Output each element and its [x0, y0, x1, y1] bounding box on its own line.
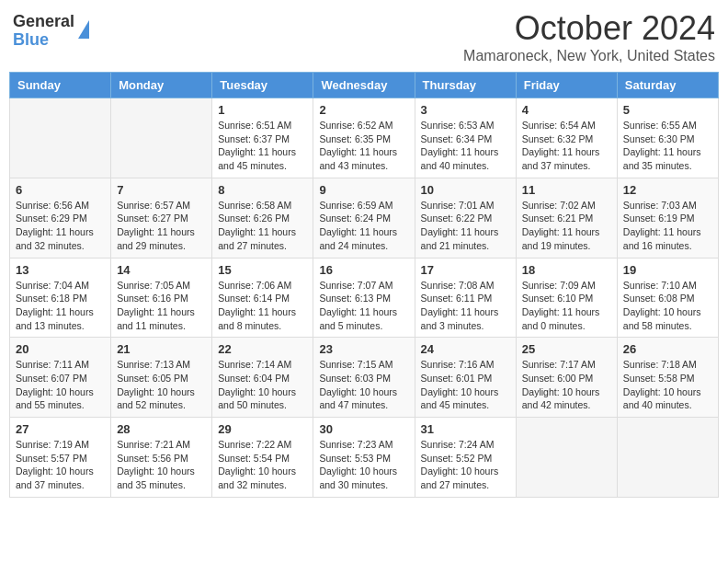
calendar-cell: 29Sunrise: 7:22 AM Sunset: 5:54 PM Dayli…: [212, 418, 313, 498]
day-info: Sunrise: 6:59 AM Sunset: 6:24 PM Dayligh…: [319, 199, 408, 253]
calendar-cell: 24Sunrise: 7:16 AM Sunset: 6:01 PM Dayli…: [415, 338, 516, 418]
day-number: 17: [421, 263, 510, 277]
calendar-cell: 27Sunrise: 7:19 AM Sunset: 5:57 PM Dayli…: [10, 418, 111, 498]
day-number: 27: [16, 422, 105, 436]
page-header: General Blue October 2024 Mamaroneck, Ne…: [9, 9, 719, 64]
day-number: 11: [522, 183, 611, 197]
calendar-cell: [111, 98, 212, 178]
day-info: Sunrise: 7:18 AM Sunset: 5:58 PM Dayligh…: [623, 358, 712, 412]
calendar-cell: 17Sunrise: 7:08 AM Sunset: 6:11 PM Dayli…: [415, 258, 516, 338]
day-info: Sunrise: 7:10 AM Sunset: 6:08 PM Dayligh…: [623, 279, 712, 333]
logo-general: General: [13, 13, 74, 31]
day-info: Sunrise: 6:55 AM Sunset: 6:30 PM Dayligh…: [623, 119, 712, 173]
day-number: 2: [319, 103, 408, 117]
day-info: Sunrise: 7:24 AM Sunset: 5:52 PM Dayligh…: [421, 438, 510, 492]
weekday-header-cell: Friday: [516, 73, 617, 98]
weekday-header-cell: Tuesday: [212, 73, 313, 98]
calendar-cell: 5Sunrise: 6:55 AM Sunset: 6:30 PM Daylig…: [617, 98, 718, 178]
day-number: 19: [623, 263, 712, 277]
calendar-week-row: 20Sunrise: 7:11 AM Sunset: 6:07 PM Dayli…: [10, 338, 719, 418]
calendar-cell: 4Sunrise: 6:54 AM Sunset: 6:32 PM Daylig…: [516, 98, 617, 178]
weekday-header-cell: Saturday: [617, 73, 718, 98]
calendar-cell: 13Sunrise: 7:04 AM Sunset: 6:18 PM Dayli…: [10, 258, 111, 338]
weekday-header-cell: Monday: [111, 73, 212, 98]
calendar-cell: 9Sunrise: 6:59 AM Sunset: 6:24 PM Daylig…: [313, 178, 415, 258]
calendar-cell: 20Sunrise: 7:11 AM Sunset: 6:07 PM Dayli…: [10, 338, 111, 418]
calendar-cell: 30Sunrise: 7:23 AM Sunset: 5:53 PM Dayli…: [313, 418, 415, 498]
calendar-cell: 23Sunrise: 7:15 AM Sunset: 6:03 PM Dayli…: [313, 338, 415, 418]
weekday-header-cell: Thursday: [415, 73, 516, 98]
day-number: 10: [421, 183, 510, 197]
day-number: 24: [421, 342, 510, 356]
calendar-cell: [516, 418, 617, 498]
day-number: 20: [16, 342, 105, 356]
calendar-cell: 16Sunrise: 7:07 AM Sunset: 6:13 PM Dayli…: [313, 258, 415, 338]
day-number: 22: [218, 342, 307, 356]
calendar-cell: 14Sunrise: 7:05 AM Sunset: 6:16 PM Dayli…: [111, 258, 212, 338]
calendar-body: 1Sunrise: 6:51 AM Sunset: 6:37 PM Daylig…: [10, 98, 719, 498]
calendar-cell: 22Sunrise: 7:14 AM Sunset: 6:04 PM Dayli…: [212, 338, 313, 418]
day-info: Sunrise: 7:21 AM Sunset: 5:56 PM Dayligh…: [117, 438, 206, 492]
logo-text: General Blue: [13, 13, 74, 50]
day-info: Sunrise: 6:52 AM Sunset: 6:35 PM Dayligh…: [319, 119, 408, 173]
title-block: October 2024 Mamaroneck, New York, Unite…: [463, 9, 715, 64]
day-info: Sunrise: 7:14 AM Sunset: 6:04 PM Dayligh…: [218, 358, 307, 412]
day-info: Sunrise: 7:13 AM Sunset: 6:05 PM Dayligh…: [117, 358, 206, 412]
day-number: 31: [421, 422, 510, 436]
day-number: 7: [117, 183, 206, 197]
calendar-cell: 18Sunrise: 7:09 AM Sunset: 6:10 PM Dayli…: [516, 258, 617, 338]
day-info: Sunrise: 6:54 AM Sunset: 6:32 PM Dayligh…: [522, 119, 611, 173]
calendar-cell: 1Sunrise: 6:51 AM Sunset: 6:37 PM Daylig…: [212, 98, 313, 178]
calendar-cell: 21Sunrise: 7:13 AM Sunset: 6:05 PM Dayli…: [111, 338, 212, 418]
calendar-cell: 11Sunrise: 7:02 AM Sunset: 6:21 PM Dayli…: [516, 178, 617, 258]
day-number: 12: [623, 183, 712, 197]
day-info: Sunrise: 7:23 AM Sunset: 5:53 PM Dayligh…: [319, 438, 408, 492]
day-info: Sunrise: 6:57 AM Sunset: 6:27 PM Dayligh…: [117, 199, 206, 253]
calendar-cell: 2Sunrise: 6:52 AM Sunset: 6:35 PM Daylig…: [313, 98, 415, 178]
logo-blue: Blue: [13, 31, 74, 50]
day-info: Sunrise: 7:11 AM Sunset: 6:07 PM Dayligh…: [16, 358, 105, 412]
day-number: 29: [218, 422, 307, 436]
day-info: Sunrise: 6:53 AM Sunset: 6:34 PM Dayligh…: [421, 119, 510, 173]
day-number: 28: [117, 422, 206, 436]
day-number: 4: [522, 103, 611, 117]
location-title: Mamaroneck, New York, United States: [463, 48, 715, 64]
calendar-table: SundayMondayTuesdayWednesdayThursdayFrid…: [9, 72, 719, 498]
day-info: Sunrise: 7:04 AM Sunset: 6:18 PM Dayligh…: [16, 279, 105, 333]
day-info: Sunrise: 6:51 AM Sunset: 6:37 PM Dayligh…: [218, 119, 307, 173]
calendar-cell: [617, 418, 718, 498]
day-number: 15: [218, 263, 307, 277]
day-number: 5: [623, 103, 712, 117]
calendar-cell: 15Sunrise: 7:06 AM Sunset: 6:14 PM Dayli…: [212, 258, 313, 338]
day-info: Sunrise: 7:05 AM Sunset: 6:16 PM Dayligh…: [117, 279, 206, 333]
day-info: Sunrise: 7:17 AM Sunset: 6:00 PM Dayligh…: [522, 358, 611, 412]
day-number: 3: [421, 103, 510, 117]
day-info: Sunrise: 6:56 AM Sunset: 6:29 PM Dayligh…: [16, 199, 105, 253]
weekday-header-cell: Sunday: [10, 73, 111, 98]
day-info: Sunrise: 7:15 AM Sunset: 6:03 PM Dayligh…: [319, 358, 408, 412]
calendar-week-row: 27Sunrise: 7:19 AM Sunset: 5:57 PM Dayli…: [10, 418, 719, 498]
day-info: Sunrise: 7:02 AM Sunset: 6:21 PM Dayligh…: [522, 199, 611, 253]
day-number: 23: [319, 342, 408, 356]
day-number: 21: [117, 342, 206, 356]
calendar-cell: 28Sunrise: 7:21 AM Sunset: 5:56 PM Dayli…: [111, 418, 212, 498]
day-number: 14: [117, 263, 206, 277]
day-info: Sunrise: 7:22 AM Sunset: 5:54 PM Dayligh…: [218, 438, 307, 492]
calendar-cell: 8Sunrise: 6:58 AM Sunset: 6:26 PM Daylig…: [212, 178, 313, 258]
calendar-cell: 12Sunrise: 7:03 AM Sunset: 6:19 PM Dayli…: [617, 178, 718, 258]
calendar-week-row: 1Sunrise: 6:51 AM Sunset: 6:37 PM Daylig…: [10, 98, 719, 178]
weekday-header-row: SundayMondayTuesdayWednesdayThursdayFrid…: [10, 73, 719, 98]
logo-triangle-icon: [78, 20, 89, 39]
day-number: 25: [522, 342, 611, 356]
day-info: Sunrise: 7:07 AM Sunset: 6:13 PM Dayligh…: [319, 279, 408, 333]
day-info: Sunrise: 7:09 AM Sunset: 6:10 PM Dayligh…: [522, 279, 611, 333]
calendar-cell: 26Sunrise: 7:18 AM Sunset: 5:58 PM Dayli…: [617, 338, 718, 418]
calendar-cell: 25Sunrise: 7:17 AM Sunset: 6:00 PM Dayli…: [516, 338, 617, 418]
day-info: Sunrise: 7:08 AM Sunset: 6:11 PM Dayligh…: [421, 279, 510, 333]
calendar-cell: 31Sunrise: 7:24 AM Sunset: 5:52 PM Dayli…: [415, 418, 516, 498]
day-number: 9: [319, 183, 408, 197]
day-info: Sunrise: 6:58 AM Sunset: 6:26 PM Dayligh…: [218, 199, 307, 253]
day-info: Sunrise: 7:16 AM Sunset: 6:01 PM Dayligh…: [421, 358, 510, 412]
day-number: 8: [218, 183, 307, 197]
weekday-header-cell: Wednesday: [313, 73, 415, 98]
